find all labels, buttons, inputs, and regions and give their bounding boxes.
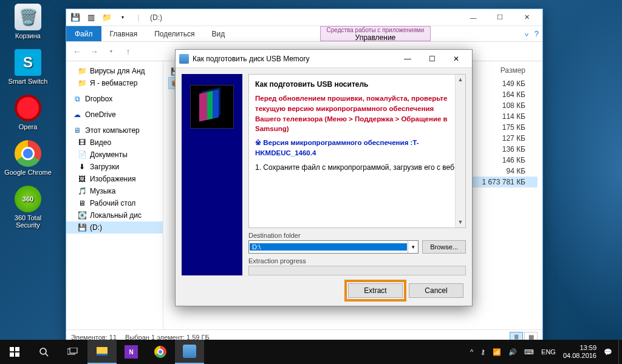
sidebar-item-local-disk[interactable]: 💽Локальный дис	[66, 209, 163, 221]
progress-bar	[248, 266, 466, 275]
window-title: (D:)	[150, 13, 162, 22]
sidebar-item-label: Видео	[90, 138, 111, 147]
browse-button[interactable]: Browse...	[422, 240, 466, 254]
sidebar-item[interactable]: 📁Вирусы для Анд	[66, 65, 163, 77]
desktop-icon: 🖥	[77, 198, 87, 208]
nav-pane: 📁Вирусы для Анд 📁Я - вебмастер ⧉Dropbox …	[66, 61, 163, 329]
svg-rect-2	[10, 352, 14, 357]
tray-language[interactable]: ENG	[541, 348, 556, 356]
sidebar-item-label: Локальный дис	[90, 211, 142, 220]
tab-home[interactable]: Главная	[101, 26, 146, 41]
sidebar-item-downloads[interactable]: ⬇Загрузки	[66, 161, 163, 173]
ribbon-tabs: Файл Главная Поделиться Вид Средства раб…	[66, 26, 542, 41]
close-button[interactable]: ✕	[513, 9, 540, 26]
scroll-down-icon[interactable]: ▼	[456, 217, 465, 228]
opera-icon	[15, 95, 41, 121]
desktop-icon-recycle-bin[interactable]: 🗑️ Корзина	[4, 4, 52, 39]
extract-dialog: Как подготовить диск USB Memory — ☐ ✕ Ка…	[175, 49, 473, 306]
extract-button[interactable]: Extract	[348, 283, 403, 298]
dialog-title: Как подготовить диск USB Memory	[193, 55, 310, 63]
ribbon-collapse-icon[interactable]: ^	[525, 29, 528, 38]
show-desktop-button[interactable]	[618, 340, 622, 364]
sidebar-item-onedrive[interactable]: ☁OneDrive	[66, 109, 163, 121]
maximize-button[interactable]: ☐	[487, 9, 513, 26]
taskbar: N ^ ⚷ 📶 🔊 ⌨ ENG 13:59 04.08.2016 💬	[0, 340, 622, 364]
tray-network-icon[interactable]: ⚷	[480, 348, 485, 356]
desktop-icon-label: Opera	[19, 123, 38, 130]
dialog-titlebar[interactable]: Как подготовить диск USB Memory — ☐ ✕	[176, 50, 472, 68]
nav-forward-icon[interactable]: →	[87, 44, 101, 59]
sidebar-item-desktop[interactable]: 🖥Рабочий стол	[66, 197, 163, 209]
sidebar-item-videos[interactable]: 🎞Видео	[66, 136, 163, 149]
taskbar-samsung-app[interactable]	[175, 340, 204, 364]
scroll-up-icon[interactable]: ▲	[456, 75, 465, 85]
scrollbar[interactable]: ▲ ▼	[455, 75, 465, 228]
smart-switch-icon: S	[15, 49, 41, 76]
destination-value: D:\	[250, 243, 407, 251]
dialog-info-text: Как подготовить USB носитель Перед обнов…	[248, 74, 466, 228]
task-view-button[interactable]	[58, 340, 87, 364]
dialog-close-button[interactable]: ✕	[444, 50, 468, 67]
sidebar-item[interactable]: 📁Я - вебмастер	[66, 77, 163, 89]
info-warning: Перед обновлением прошивки, пожалуйста, …	[255, 93, 459, 134]
help-icon[interactable]: ?	[535, 29, 539, 38]
nav-back-icon[interactable]: ←	[70, 44, 84, 59]
tray-clock[interactable]: 13:59 04.08.2016	[563, 344, 596, 359]
tab-view[interactable]: Вид	[203, 26, 233, 41]
svg-rect-7	[70, 348, 77, 353]
dropbox-icon: ⧉	[72, 94, 82, 104]
taskbar-chrome[interactable]	[146, 340, 175, 364]
explorer-icon	[97, 347, 108, 356]
sidebar-item-usb-d[interactable]: 💾(D:)	[66, 221, 163, 234]
sidebar-item-label: (D:)	[90, 223, 102, 232]
nav-recent-icon[interactable]: ▾	[104, 44, 118, 59]
nav-up-icon[interactable]: ↑	[121, 44, 135, 59]
qat-properties-icon[interactable]: ▥	[84, 11, 98, 24]
explorer-titlebar[interactable]: 💾 ▥ 📁 ▾ | (D:) — ☐ ✕	[66, 9, 542, 26]
chevron-down-icon[interactable]: ▼	[408, 241, 418, 253]
search-button[interactable]	[29, 340, 58, 364]
dialog-maximize-button[interactable]: ☐	[420, 50, 444, 67]
tab-file[interactable]: Файл	[66, 26, 101, 41]
sidebar-item-dropbox[interactable]: ⧉Dropbox	[66, 93, 163, 105]
sidebar-item-label: Рабочий стол	[90, 199, 135, 207]
usb-icon: 💾	[77, 223, 87, 232]
desktop-icon-google-chrome[interactable]: Google Chrome	[4, 140, 52, 176]
sidebar-item-documents[interactable]: 📄Документы	[66, 149, 163, 161]
install-icon	[190, 85, 234, 129]
info-step: 1. Сохраните файл с микропрограммой, заг…	[255, 163, 459, 173]
destination-label: Destination folder	[248, 232, 466, 239]
tray-keyboard-icon[interactable]: ⌨	[524, 348, 534, 356]
start-button[interactable]	[0, 340, 29, 364]
dialog-minimize-button[interactable]: —	[395, 50, 420, 67]
desktop-icon-smart-switch[interactable]: S Smart Switch	[4, 49, 52, 85]
qat-newfolder-icon[interactable]: 📁	[100, 11, 114, 24]
drive-icon: 💽	[77, 211, 87, 220]
tray-volume-icon[interactable]: 🔊	[508, 348, 517, 356]
desktop-icon-label: Корзина	[15, 32, 41, 39]
folder-icon: 📁	[77, 66, 87, 76]
tab-manage[interactable]: Управление	[343, 33, 408, 42]
sidebar-item-music[interactable]: 🎵Музыка	[66, 185, 163, 197]
minimize-button[interactable]: —	[460, 9, 487, 26]
taskbar-explorer[interactable]	[87, 340, 117, 364]
downloads-icon: ⬇	[77, 162, 87, 172]
svg-rect-3	[15, 352, 19, 357]
chrome-icon	[15, 140, 41, 167]
destination-combobox[interactable]: D:\ ▼	[248, 240, 419, 254]
task-view-icon	[67, 348, 78, 356]
cancel-button[interactable]: Cancel	[409, 283, 463, 298]
app-icon	[179, 54, 189, 64]
sidebar-item-pictures[interactable]: 🖼Изображения	[66, 173, 163, 185]
desktop-icon-opera[interactable]: Opera	[4, 95, 52, 130]
tray-chevron-icon[interactable]: ^	[470, 348, 473, 356]
taskbar-onenote[interactable]: N	[117, 340, 146, 364]
qat-dropdown-icon[interactable]: ▾	[116, 11, 129, 24]
action-center-icon[interactable]: 💬	[604, 348, 612, 356]
progress-label: Extraction progress	[248, 257, 466, 265]
sidebar-item-this-pc[interactable]: 🖥Этот компьютер	[66, 124, 163, 136]
tab-share[interactable]: Поделиться	[146, 26, 203, 41]
desktop-icon-label: Google Chrome	[4, 169, 52, 176]
tray-wifi-icon[interactable]: 📶	[493, 348, 501, 356]
desktop-icon-360-total-security[interactable]: 360 360 Total Security	[4, 186, 52, 229]
